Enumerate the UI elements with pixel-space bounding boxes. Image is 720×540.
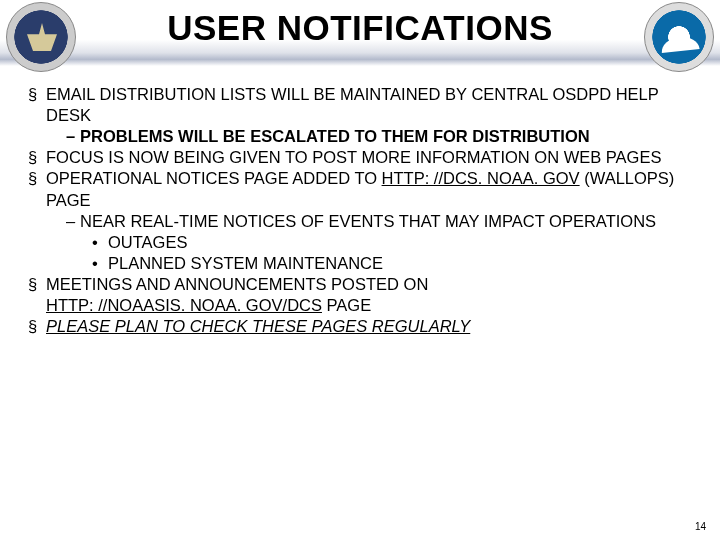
section-text: FOCUS IS NOW BEING GIVEN TO POST MORE IN… [46, 148, 661, 166]
bullet-text: PLANNED SYSTEM MAINTENANCE [108, 253, 383, 274]
section-mark: § [28, 274, 46, 316]
bullet-section: § OPERATIONAL NOTICES PAGE ADDED TO HTTP… [28, 168, 692, 274]
section-text: EMAIL DISTRIBUTION LISTS WILL BE MAINTAI… [46, 85, 658, 124]
section-mark: § [28, 316, 46, 337]
sub-text: PROBLEMS WILL BE ESCALATED TO THEM FOR D… [80, 126, 590, 147]
section-suffix: PAGE [322, 296, 371, 314]
slide-title: USER NOTIFICATIONS [0, 8, 720, 48]
bullet-section: § FOCUS IS NOW BEING GIVEN TO POST MORE … [28, 147, 692, 168]
bullet-section: § PLEASE PLAN TO CHECK THESE PAGES REGUL… [28, 316, 692, 337]
url-link[interactable]: HTTP: //NOAASIS. NOAA. GOV/DCS [46, 296, 322, 314]
dash-mark: – [66, 211, 80, 232]
page-number: 14 [695, 521, 706, 532]
section-mark: § [28, 84, 46, 147]
noaa-seal-icon [644, 2, 714, 72]
dash-mark: – [66, 126, 80, 147]
bullet-section: § MEETINGS AND ANNOUNCEMENTS POSTED ON H… [28, 274, 692, 316]
section-mark: § [28, 147, 46, 168]
sub-bullet: – NEAR REAL-TIME NOTICES OF EVENTS THAT … [46, 211, 692, 232]
nested-bullet: • OUTAGES [46, 232, 692, 253]
url-link[interactable]: HTTP: //DCS. NOAA. GOV [382, 169, 580, 187]
sub-bullet: – PROBLEMS WILL BE ESCALATED TO THEM FOR… [46, 126, 692, 147]
slide-body: § EMAIL DISTRIBUTION LISTS WILL BE MAINT… [0, 78, 720, 337]
emphasis-text: PLEASE PLAN TO CHECK THESE PAGES REGULAR… [46, 317, 470, 335]
nested-bullet: • PLANNED SYSTEM MAINTENANCE [46, 253, 692, 274]
section-prefix: OPERATIONAL NOTICES PAGE ADDED TO [46, 169, 382, 187]
bullet-text: OUTAGES [108, 232, 187, 253]
sub-text: NEAR REAL-TIME NOTICES OF EVENTS THAT MA… [80, 211, 656, 232]
section-prefix: MEETINGS AND ANNOUNCEMENTS POSTED ON [46, 275, 428, 293]
section-mark: § [28, 168, 46, 274]
slide-header: USER NOTIFICATIONS [0, 0, 720, 78]
bullet-mark: • [92, 253, 108, 274]
bullet-section: § EMAIL DISTRIBUTION LISTS WILL BE MAINT… [28, 84, 692, 147]
bullet-mark: • [92, 232, 108, 253]
